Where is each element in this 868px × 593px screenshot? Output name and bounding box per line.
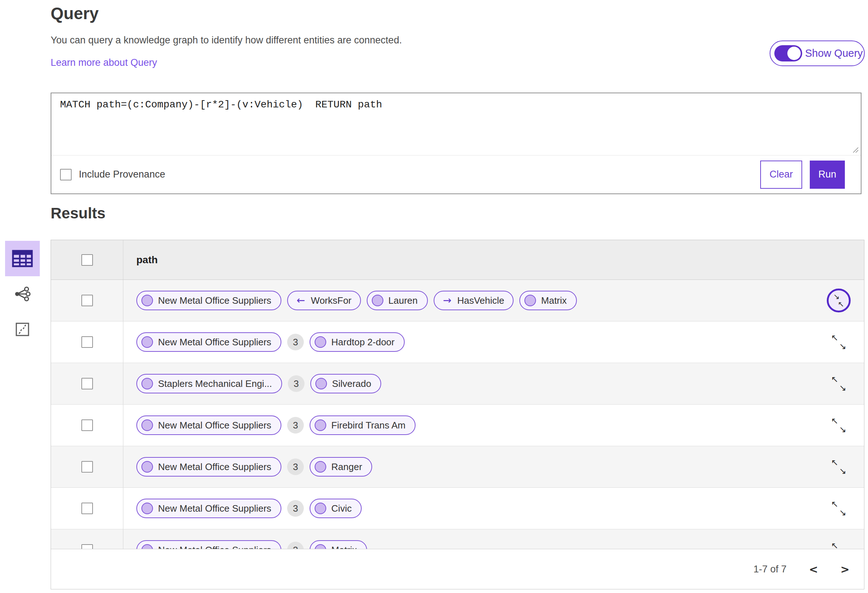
toggle-knob (787, 47, 801, 60)
node-circle-icon (524, 295, 536, 306)
results-rows: New Metal Office Suppliers←WorksForLaure… (51, 280, 864, 549)
select-all-cell (51, 240, 123, 279)
table-row: New Metal Office Suppliers3Matrix↖↘ (51, 530, 864, 549)
row-checkbox[interactable] (81, 419, 93, 431)
path-cell: New Metal Office Suppliers3Ranger (123, 446, 813, 487)
page-description: You can query a knowledge graph to ident… (51, 35, 402, 46)
collapse-arrow-icon: ↖ (838, 301, 844, 308)
collapse-row-button[interactable]: ↘↖ (827, 289, 851, 313)
row-checkbox-cell (51, 446, 123, 487)
action-cell: ↖↘ (813, 530, 864, 549)
include-provenance-checkbox[interactable] (60, 169, 72, 180)
path-cell: New Metal Office Suppliers←WorksForLaure… (123, 280, 813, 321)
expand-arrow-icon: ↖ (831, 333, 838, 342)
resize-handle-icon[interactable] (852, 146, 859, 153)
relation-pill[interactable]: ←WorksFor (287, 291, 361, 310)
expand-arrow-icon: ↖ (831, 500, 838, 508)
toggle-switch-icon[interactable] (774, 45, 802, 62)
node-circle-icon (142, 419, 153, 431)
row-checkbox[interactable] (81, 336, 93, 348)
path-cell: New Metal Office Suppliers3Hardtop 2-doo… (123, 322, 813, 363)
expand-arrow-icon: ↘ (839, 508, 846, 517)
results-heading: Results (51, 205, 106, 222)
entity-pill[interactable]: Hardtop 2-door (310, 332, 405, 352)
page-title: Query (51, 4, 99, 23)
row-checkbox[interactable] (81, 295, 93, 306)
row-checkbox-cell (51, 322, 123, 363)
relation-label: WorksFor (311, 295, 351, 306)
graph-view-icon (13, 285, 31, 303)
entity-pill[interactable]: New Metal Office Suppliers (136, 540, 281, 549)
expand-row-button[interactable]: ↖↘ (830, 458, 847, 475)
arrow-left-icon: ← (297, 295, 305, 305)
row-checkbox-cell (51, 363, 123, 404)
show-query-toggle[interactable]: Show Query (770, 40, 865, 66)
entity-pill[interactable]: Silverado (310, 374, 381, 394)
row-checkbox[interactable] (81, 378, 93, 389)
row-checkbox-cell (51, 405, 123, 446)
expand-arrow-icon: ↖ (831, 375, 838, 384)
action-cell: ↖↘ (813, 488, 864, 529)
expand-row-button[interactable]: ↖↘ (830, 333, 847, 351)
query-page: Query You can query a knowledge graph to… (0, 0, 868, 593)
expand-row-button[interactable]: ↖↘ (830, 500, 847, 517)
table-row: New Metal Office Suppliers←WorksForLaure… (51, 280, 864, 322)
entity-label: Matrix (331, 544, 357, 549)
row-checkbox[interactable] (81, 461, 93, 473)
entity-label: Staplers Mechanical Engi... (158, 378, 272, 389)
query-input[interactable]: MATCH path=(c:Company)-[r*2]-(v:Vehicle)… (52, 93, 861, 155)
action-cell: ↘↖ (813, 280, 864, 321)
query-input-wrap: MATCH path=(c:Company)-[r*2]-(v:Vehicle)… (52, 93, 861, 155)
collapse-arrow-icon: ↘ (833, 293, 840, 301)
pagination-prev-icon[interactable]: < (809, 563, 818, 576)
entity-pill[interactable]: Civic (310, 499, 362, 518)
row-checkbox-cell (51, 530, 123, 549)
expand-row-button[interactable]: ↖↘ (830, 416, 847, 434)
node-circle-icon (142, 461, 153, 473)
entity-pill[interactable]: Lauren (367, 291, 428, 310)
row-checkbox[interactable] (81, 503, 93, 514)
run-button[interactable]: Run (810, 161, 845, 189)
table-row: New Metal Office Suppliers3Civic↖↘ (51, 488, 864, 530)
path-cell: New Metal Office Suppliers3Civic (123, 488, 813, 529)
entity-label: Lauren (388, 295, 418, 306)
entity-pill[interactable]: Staplers Mechanical Engi... (136, 374, 282, 394)
entity-pill[interactable]: New Metal Office Suppliers (136, 457, 281, 476)
expand-row-button[interactable]: ↖↘ (830, 541, 847, 549)
view-switcher (5, 241, 40, 347)
entity-pill[interactable]: Matrix (520, 291, 577, 310)
pagination-next-icon[interactable]: > (840, 563, 850, 576)
graph-view-button[interactable] (5, 276, 40, 312)
learn-more-link[interactable]: Learn more about Query (51, 57, 157, 68)
entity-pill[interactable]: Firebird Trans Am (310, 416, 416, 435)
entity-pill[interactable]: New Metal Office Suppliers (136, 499, 281, 518)
expand-row-button[interactable]: ↖↘ (830, 375, 847, 392)
action-cell: ↖↘ (813, 405, 864, 446)
node-circle-icon (142, 378, 153, 389)
node-circle-icon (314, 419, 326, 431)
entity-label: New Metal Office Suppliers (158, 295, 271, 306)
relation-pill[interactable]: →HasVehicle (434, 291, 514, 310)
row-checkbox[interactable] (81, 544, 93, 549)
table-view-button[interactable] (5, 241, 40, 276)
node-circle-icon (142, 295, 153, 306)
select-all-checkbox[interactable] (81, 254, 93, 266)
clear-button[interactable]: Clear (760, 161, 802, 189)
arrow-right-icon: → (443, 295, 451, 305)
node-circle-icon (314, 336, 326, 348)
entity-pill[interactable]: New Metal Office Suppliers (136, 332, 281, 352)
node-circle-icon (142, 503, 153, 514)
entity-pill[interactable]: New Metal Office Suppliers (136, 416, 281, 435)
entity-pill[interactable]: Ranger (310, 457, 372, 476)
hop-count-badge: 3 (287, 417, 304, 434)
table-row: Staplers Mechanical Engi...3Silverado↖↘ (51, 363, 864, 405)
map-view-button[interactable] (5, 312, 40, 347)
expand-arrow-icon: ↖ (831, 416, 838, 425)
results-table: path New Metal Office Suppliers←WorksFor… (51, 240, 864, 589)
entity-pill[interactable]: Matrix (310, 540, 367, 549)
table-row: New Metal Office Suppliers3Ranger↖↘ (51, 446, 864, 488)
entity-pill[interactable]: New Metal Office Suppliers (136, 291, 281, 310)
show-query-label: Show Query (805, 47, 863, 59)
entity-label: New Metal Office Suppliers (158, 420, 271, 431)
expand-arrow-icon: ↖ (831, 541, 838, 549)
